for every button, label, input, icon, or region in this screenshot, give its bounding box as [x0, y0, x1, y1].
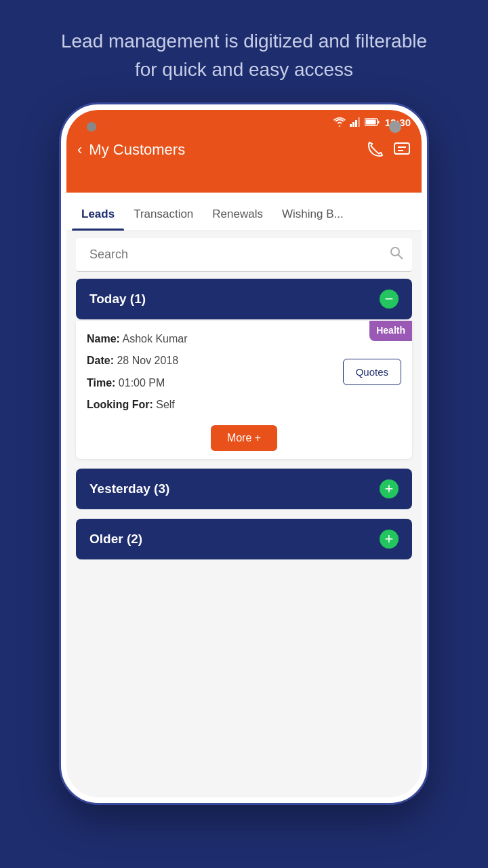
tab-transaction[interactable]: Transaction [124, 195, 203, 231]
tab-wishing[interactable]: Wishing B... [272, 195, 353, 231]
svg-rect-7 [394, 143, 409, 154]
quotes-button[interactable]: Quotes [343, 359, 401, 385]
section-today[interactable]: Today (1) − [76, 279, 412, 319]
phone-screen: 12:30 ‹ My Customers [66, 110, 422, 797]
headline: Lead management is digitized and filtera… [20, 27, 468, 84]
today-toggle[interactable]: − [380, 290, 399, 309]
notch-dot-left [87, 122, 96, 132]
lead-card: Health Name: Ashok Kumar Date: 28 Nov 20… [76, 321, 412, 459]
lead-row: Name: Ashok Kumar Date: 28 Nov 2018 Time… [87, 332, 401, 420]
phone-frame: 12:30 ‹ My Customers [61, 104, 427, 803]
tabs-row: Leads Transaction Renewals Wishing B... [66, 195, 422, 231]
more-button[interactable]: More + [211, 425, 277, 451]
search-input[interactable] [84, 238, 389, 271]
list-container: Today (1) − Health Name: Ashok Kumar [66, 279, 422, 797]
notch-dot-center [389, 121, 401, 133]
name-label: Name: [87, 333, 120, 344]
lead-date: Date: 28 Nov 2018 [87, 353, 343, 368]
yesterday-toggle[interactable]: + [380, 479, 399, 498]
lead-looking-for: Looking For: Self [87, 397, 343, 412]
lead-info: Name: Ashok Kumar Date: 28 Nov 2018 Time… [87, 332, 343, 420]
date-label: Date: [87, 355, 114, 366]
name-value: Ashok Kumar [122, 333, 187, 344]
time-value: 01:00 PM [119, 377, 165, 389]
today-title: Today (1) [89, 292, 146, 307]
section-yesterday[interactable]: Yesterday (3) + [76, 469, 412, 509]
looking-value: Self [156, 399, 175, 410]
tab-leads[interactable]: Leads [72, 195, 124, 231]
svg-line-11 [399, 255, 403, 260]
section-older[interactable]: Older (2) + [76, 519, 412, 559]
older-title: Older (2) [89, 532, 142, 547]
older-toggle[interactable]: + [380, 530, 399, 549]
svg-point-10 [391, 248, 399, 256]
phone-notch [66, 110, 422, 144]
date-value: 28 Nov 2018 [117, 355, 178, 366]
time-label: Time: [87, 377, 115, 389]
search-icon[interactable] [389, 245, 404, 264]
content-area: Leads Transaction Renewals Wishing B... [66, 195, 422, 797]
lead-time: Time: 01:00 PM [87, 376, 343, 391]
lead-name: Name: Ashok Kumar [87, 332, 343, 347]
search-bar[interactable] [76, 238, 412, 272]
tab-renewals[interactable]: Renewals [203, 195, 272, 231]
health-badge: Health [369, 321, 412, 341]
yesterday-title: Yesterday (3) [89, 481, 169, 496]
looking-label: Looking For: [87, 399, 153, 410]
